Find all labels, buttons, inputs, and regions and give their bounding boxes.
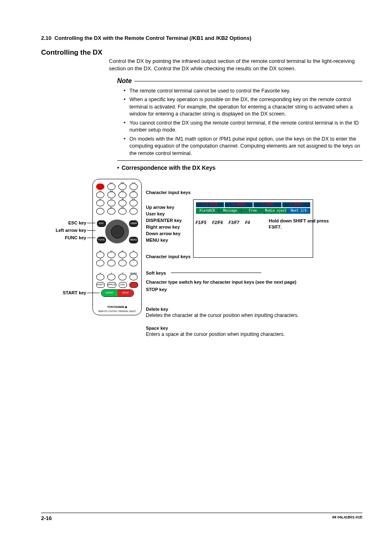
key-y: Y — [107, 274, 115, 280]
subheading-correspondence: •Correspondence with the DX Keys — [117, 164, 362, 172]
key-w: W — [129, 260, 138, 266]
key-m: M- — [107, 208, 115, 215]
desc-space-key: Enters a space at the cursor position wh… — [146, 331, 285, 338]
label-stop-key: STOP key — [146, 287, 167, 293]
dx-soft-media: Media eject — [265, 208, 288, 214]
key-esc: ESC — [97, 220, 106, 227]
label-char-input-2: Character input keys — [146, 254, 191, 260]
label-left-arrow: Left arrow key — [41, 227, 86, 234]
key-n0: N0 — [118, 208, 127, 215]
dx-soft-free: Free message — [242, 208, 265, 214]
dx-soft-alarmack: AlarmACK — [196, 208, 219, 214]
key-l: L — [96, 208, 104, 215]
dx-f-labels: F1/F5 F2/F6 F3/F7 F4 — [196, 220, 250, 226]
key-z: Z — [118, 274, 127, 280]
label-func-key: FUNC key — [41, 235, 86, 241]
dx-ch4: 0.0000 — [282, 202, 310, 207]
dx-shift-note: Hold down SHIFT and press F3/F7. — [269, 218, 330, 231]
key-menu: MENU — [129, 237, 138, 243]
key-mark: MARK — [129, 274, 138, 280]
note-item: On models with the /M1 math option or /P… — [129, 136, 362, 157]
desc-delete-key: Deletes the character at the cursor posi… — [146, 312, 299, 319]
dx-soft-next: Next 1/4 — [287, 208, 310, 214]
doc-id: IM 04L41B01-01E — [332, 515, 362, 522]
key-space: SPACE — [107, 282, 116, 288]
key-v: V — [118, 260, 127, 266]
nav-cluster — [105, 220, 129, 243]
key-start-stop: START STOP — [101, 289, 134, 297]
note-item: The remote control terminal cannot be us… — [129, 88, 362, 95]
page-footer: 2-16 IM 04L41B01-01E — [41, 513, 362, 522]
page-number: 2-16 — [41, 515, 52, 522]
key-red — [129, 282, 138, 288]
dx-ch1: H 0.0000 — [196, 202, 224, 207]
label-right-arrow: Right arrow key — [146, 224, 180, 230]
label-esc-key: ESC key — [41, 220, 86, 226]
heading-controlling-dx: Controlling the DX — [41, 48, 362, 58]
label-char-input-1: Character input keys — [146, 190, 191, 196]
note-heading: Note — [117, 76, 362, 86]
key-x: X — [96, 274, 104, 280]
label-menu-key: MENU key — [146, 237, 168, 243]
note-item: You cannot control the DX using the remo… — [129, 120, 362, 134]
label-up-arrow: Up arrow key — [146, 204, 174, 210]
dx-soft-message: Message — [219, 208, 242, 214]
section-header: 2.10 Controlling the DX with the Remote … — [41, 35, 362, 42]
key-o: O. — [129, 208, 138, 215]
label-start-key: START key — [41, 290, 86, 296]
intro-paragraph: Control the DX by pointing the infrared … — [109, 58, 362, 72]
key-user: USER — [129, 220, 138, 227]
remote-outline: ID A1 B2 C3 D E4 F5 G6 H I7 J8 K9 L M- N… — [92, 179, 142, 315]
key-del: DEL — [119, 282, 127, 288]
brand-label: YOKOGAWA ◆ — [93, 305, 141, 309]
label-soft-keys: Soft keys — [146, 270, 166, 276]
divider — [117, 160, 362, 161]
dx-ch2: 0.0000 — [225, 202, 253, 207]
key-u: U — [107, 260, 115, 266]
key-disp-enter — [111, 225, 124, 238]
note-item: When a specific key operation is possibl… — [129, 96, 362, 118]
remote-diagram: ID A1 B2 C3 D E4 F5 G6 H I7 J8 K9 L M- N… — [41, 175, 362, 347]
key-t: T — [96, 260, 104, 266]
label-down-arrow: Down arrow key — [146, 231, 180, 237]
brand-sublabel: REMOTE CONTROL TERMINAL 436227 — [93, 310, 141, 313]
label-char-switch: Character type switch key for character … — [146, 279, 327, 285]
label-disp-enter: DISP/ENTER key — [146, 217, 182, 224]
label-user-key: User key — [146, 211, 165, 217]
note-list: The remote control terminal cannot be us… — [123, 88, 362, 157]
key-shift: SHIFT — [96, 282, 105, 288]
dx-ch3: 0.0000 — [254, 202, 281, 207]
key-func: FUNC — [97, 237, 106, 243]
